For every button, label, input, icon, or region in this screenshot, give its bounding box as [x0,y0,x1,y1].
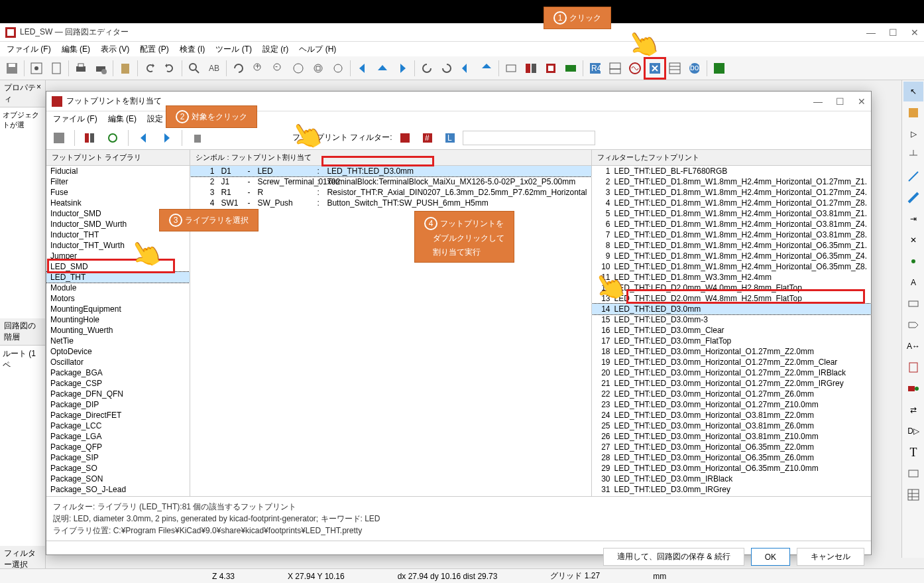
zoom-sel-icon[interactable] [329,59,347,78]
bus-entry-icon[interactable]: ⇥ [903,209,923,229]
mirror-h-icon[interactable] [477,59,496,78]
fp-row[interactable]: 7LED_THT:LED_D1.8mm_W1.8mm_H2.4mm_Horizo… [592,229,871,240]
fp-row[interactable]: 1LED_THT:LED_BL-FL7680RGB [592,166,871,176]
search-icon[interactable] [185,59,203,78]
sheet-icon[interactable] [903,357,923,377]
fp-row[interactable]: 5LED_THT:LED_D1.8mm_W1.8mm_H2.4mm_Horizo… [592,208,871,219]
ok-button[interactable]: OK [751,548,790,566]
fp-row[interactable]: 24LED_THT:LED_D3.0mm_Horizontal_O3.81mm_… [592,410,871,421]
fp-row[interactable]: 6LED_THT:LED_D1.8mm_W1.8mm_H2.4mm_Horizo… [592,219,871,229]
fp-row[interactable]: 3LED_THT:LED_D1.8mm_W1.8mm_H2.4mm_Horizo… [592,187,871,198]
lib-row[interactable]: Package_SO [46,463,190,474]
redo-icon[interactable] [160,59,179,78]
lib-row[interactable]: LED_THT [46,272,190,283]
lib-row[interactable]: Motors [46,293,190,304]
close-button[interactable]: ✕ [911,27,919,38]
menu-item[interactable]: ファイル (F) [3,42,55,56]
browse-icon[interactable] [522,59,540,78]
menu-item[interactable]: 編集 (E) [58,42,94,56]
lib-row[interactable]: Package_DirectFET [46,410,190,421]
symbol-row[interactable]: 1D1-LED:LED_THT:LED_D3.0mm [190,166,591,176]
lib-row[interactable]: Package_DFN_QFN [46,389,190,399]
lib-row[interactable]: Package_DIP [46,399,190,410]
fp-row[interactable]: 14LED_THT:LED_D3.0mm [592,304,871,314]
symbol-icon[interactable] [502,59,520,78]
rotate-cw-icon[interactable] [437,59,456,78]
menu-item[interactable]: 編集 (E) [104,112,141,126]
menu-item[interactable]: ファイル (F) [49,112,101,126]
prev-icon[interactable] [134,128,154,148]
lib-row[interactable]: Heatsink [46,198,190,208]
zoom-fit-icon[interactable] [289,59,308,78]
paste-icon[interactable] [116,59,135,78]
annotate-icon[interactable]: R42 [586,59,605,78]
filter-input[interactable] [463,131,595,145]
symbol-row[interactable]: 2J1-Screw_Terminal_01x02:TerminalBlock:T… [190,176,591,187]
label-icon[interactable]: A [903,273,923,292]
lib-row[interactable]: Package_SON [46,474,190,484]
lib-row[interactable]: MountingHole [46,314,190,325]
fp-row[interactable]: 26LED_THT:LED_D3.0mm_Horizontal_O3.81mm_… [592,431,871,442]
plot-icon[interactable] [91,59,110,78]
minimize-button[interactable]: — [866,27,876,38]
footprint-list[interactable]: 1LED_THT:LED_BL-FL7680RGB2LED_THT:LED_D1… [592,166,871,496]
lib-row[interactable]: Package_LGA [46,431,190,442]
lib-row[interactable]: Inductor_THT_Wurth [46,240,190,251]
fp-row[interactable]: 25LED_THT:LED_D3.0mm_Horizontal_O3.81mm_… [592,421,871,431]
cancel-button[interactable]: キャンセル [797,548,864,566]
global-label-icon[interactable] [903,315,923,335]
hier-pin-icon[interactable]: D▷ [903,421,923,441]
menu-item[interactable]: 検査 (I) [176,42,209,56]
fp-row[interactable]: 22LED_THT:LED_D3.0mm_Horizontal_O1.27mm_… [592,389,871,399]
menu-item[interactable]: ツール (T) [211,42,256,56]
power-icon[interactable] [903,145,923,165]
edit-fields-icon[interactable] [665,59,684,78]
fp-row[interactable]: 9LED_THT:LED_D1.8mm_W1.8mm_H2.4mm_Horizo… [592,251,871,261]
fp-row[interactable]: 21LED_THT:LED_D3.0mm_Horizontal_O1.27mm_… [592,378,871,389]
board-icon[interactable] [561,59,580,78]
fp-row[interactable]: 27LED_THT:LED_D3.0mm_Horizontal_O6.35mm_… [592,442,871,452]
refresh-icon[interactable] [103,128,123,148]
lib-row[interactable]: Package_SIP [46,452,190,463]
lib-row[interactable]: Package_SO_J-Lead [46,484,190,495]
lib-row[interactable]: Package_CSP [46,378,190,389]
lib-row[interactable]: Package_QFP [46,442,190,452]
lib-row[interactable]: Mounting_Wuerth [46,325,190,336]
fp-row[interactable]: 10LED_THT:LED_D1.8mm_W1.8mm_H2.4mm_Horiz… [592,261,871,272]
fp-row[interactable]: 19LED_THT:LED_D3.0mm_Horizontal_O1.27mm_… [592,357,871,367]
lib-row[interactable]: Package_TO_SOT_SMD [46,495,190,496]
lib-row[interactable]: Filter [46,176,190,187]
symbol-row[interactable]: 4SW1-SW_Push:Button_Switch_THT:SW_PUSH_6… [190,198,591,208]
fp-row[interactable]: 18LED_THT:LED_D3.0mm_Horizontal_O1.27mm_… [592,346,871,357]
menu-item[interactable]: 配置 (P) [136,42,172,56]
menu-item[interactable]: 表示 (V) [97,42,133,56]
fp-row[interactable]: 16LED_THT:LED_D3.0mm_Clear [592,325,871,336]
lib-row[interactable]: MountingEquipment [46,304,190,314]
fp-row[interactable]: 11LED_THT:LED_D1.8mm_W3.3mm_H2.4mm [592,272,871,283]
symbol-row[interactable]: 3R1-R:Resistor_THT:R_Axial_DIN0207_L6.3m… [190,187,591,198]
refresh-icon[interactable] [229,59,248,78]
bus-icon[interactable] [903,188,923,208]
fp-row[interactable]: 15LED_THT:LED_D3.0mm-3 [592,314,871,325]
lib-row[interactable]: Fiducial [46,166,190,176]
fp-row[interactable]: 31LED_THT:LED_D3.0mm_IRGrey [592,484,871,495]
replace-icon[interactable]: AB [205,59,223,78]
erc-icon[interactable] [606,59,624,78]
text-icon[interactable]: T [903,442,923,462]
next-icon[interactable] [156,128,176,148]
rotate-ccw-icon[interactable] [418,59,436,78]
fp-row[interactable]: 29LED_THT:LED_D3.0mm_Horizontal_O6.35mm_… [592,463,871,474]
hier-label-icon[interactable]: A↔ [903,336,923,356]
bom-icon[interactable]: bom [685,59,704,78]
sheet-pin-icon[interactable] [903,379,923,399]
lib-row[interactable]: Package_BGA [46,367,190,378]
junction-icon[interactable] [903,251,923,271]
page-icon[interactable] [47,59,66,78]
fp-row[interactable]: 4LED_THT:LED_D1.8mm_W1.8mm_H2.4mm_Horizo… [592,198,871,208]
noconnect-icon[interactable]: ✕ [903,230,923,250]
lib-row[interactable]: Fuse [46,187,190,198]
setup-icon[interactable] [27,59,46,78]
fp-row[interactable]: 20LED_THT:LED_D3.0mm_Horizontal_O1.27mm_… [592,367,871,378]
apply-button[interactable]: 適用して、回路図の保存 & 続行 [603,548,744,566]
buffer-icon[interactable]: ▷ [903,124,923,144]
